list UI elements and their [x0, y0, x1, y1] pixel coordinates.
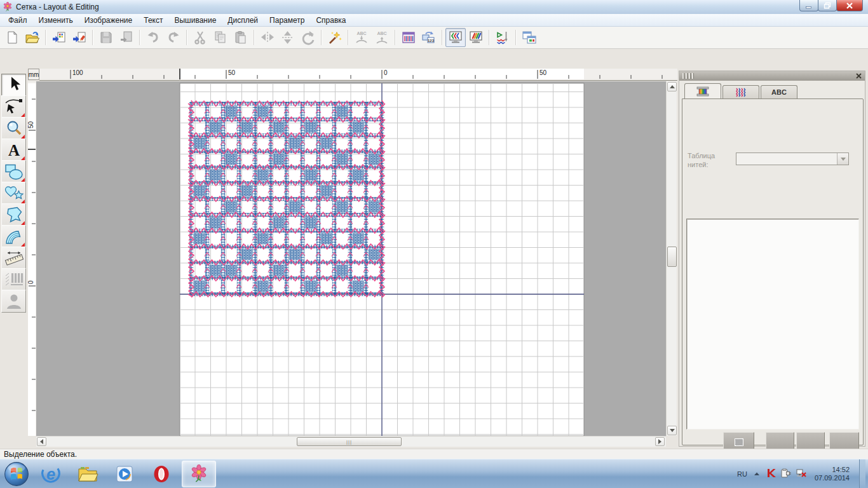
open-file-button[interactable] — [22, 28, 43, 47]
scroll-down-button[interactable] — [667, 426, 677, 435]
taskbar-opera[interactable] — [145, 461, 178, 487]
tab-text-attributes[interactable]: ABC — [761, 85, 797, 98]
menu-help[interactable]: Справка — [310, 15, 351, 26]
svg-text:100: 100 — [72, 69, 83, 76]
taskbar-layout-editing[interactable] — [182, 461, 216, 487]
toolbar-separator — [186, 30, 187, 45]
menu-option[interactable]: Параметр — [264, 15, 310, 26]
menu-image[interactable]: Изображение — [79, 15, 139, 26]
svg-text:ABC: ABC — [356, 31, 366, 36]
network-error-icon[interactable] — [796, 468, 806, 480]
import-design-button[interactable] — [49, 28, 69, 47]
menu-edit[interactable]: Изменить — [33, 15, 79, 26]
toolbar-separator — [45, 30, 46, 45]
import-image-button[interactable] — [69, 28, 90, 47]
new-document-button[interactable] — [2, 28, 22, 47]
tool-basic-shapes[interactable] — [1, 160, 26, 183]
tool-palette: A — [0, 49, 28, 449]
svg-text:ABC: ABC — [377, 31, 386, 36]
sewing-attributes-button[interactable] — [398, 28, 419, 47]
tool-zoom[interactable] — [1, 117, 26, 140]
scroll-up-button[interactable] — [667, 82, 677, 92]
export-file-button[interactable] — [116, 28, 137, 47]
tab-thread-color[interactable] — [684, 83, 721, 98]
minimize-button[interactable] — [799, 0, 818, 11]
svg-text:0: 0 — [384, 69, 388, 76]
start-button[interactable] — [4, 461, 29, 487]
redo-button[interactable] — [163, 28, 184, 47]
sewing-order-button[interactable]: 123 — [419, 28, 439, 47]
antivirus-icon[interactable] — [766, 468, 776, 480]
tool-measure[interactable] — [1, 247, 26, 269]
rotate-button[interactable] — [298, 28, 318, 47]
design-property-button[interactable] — [519, 28, 539, 47]
panel-title-bar[interactable] — [679, 71, 865, 81]
status-text: Выделение объекта. — [4, 450, 77, 459]
chevron-up-icon[interactable] — [753, 470, 761, 478]
restore-button[interactable] — [818, 0, 837, 11]
flower-icon — [3, 2, 13, 12]
toolbar-separator — [442, 30, 443, 45]
menu-text[interactable]: Текст — [138, 15, 168, 26]
close-button[interactable] — [836, 0, 863, 11]
application-window: Сетка - Layout & Editing ФайлИзменитьИзо… — [0, 0, 868, 488]
horizontal-scroll-thumb[interactable]: ||| — [297, 437, 402, 446]
vertical-scrollbar[interactable] — [666, 81, 677, 436]
toolbar-separator — [254, 30, 255, 45]
thread-color-tab-page: Таблица нитей: В режим палитры — [682, 98, 864, 445]
thread-table-value — [736, 153, 837, 165]
toolbar-separator — [395, 30, 396, 45]
panel-grip[interactable] — [682, 73, 694, 79]
tool-point-edit[interactable] — [1, 95, 26, 118]
title-bar[interactable]: Сетка - Layout & Editing — [0, 0, 868, 15]
taskbar-media-player[interactable] — [108, 461, 141, 487]
taskbar-clock[interactable]: 14:52 07.09.2014 — [815, 466, 850, 482]
stitch-view-button[interactable] — [445, 28, 466, 47]
magic-wand-button[interactable] — [325, 28, 345, 47]
tool-manual-punch[interactable] — [1, 203, 26, 226]
cut-button[interactable] — [190, 28, 210, 47]
toolbar-separator — [92, 30, 93, 45]
copy-button[interactable] — [210, 28, 231, 47]
menu-sew[interactable]: Вышивание — [168, 15, 222, 26]
scroll-right-button[interactable] — [655, 437, 665, 446]
undo-button[interactable] — [143, 28, 163, 47]
thread-table-label: Таблица нитей: — [688, 151, 728, 169]
flip-vertical-button[interactable] — [278, 28, 298, 47]
taskbar-windows-explorer[interactable] — [71, 461, 104, 487]
paste-button[interactable] — [231, 28, 251, 47]
scroll-left-button[interactable] — [37, 437, 46, 446]
show-desktop-button[interactable] — [859, 459, 865, 488]
panel-close-icon[interactable] — [854, 72, 863, 80]
stitch-simulator-button[interactable] — [492, 28, 513, 47]
vertical-ruler: 500 — [28, 81, 37, 436]
thread-color-list[interactable] — [686, 219, 859, 430]
sewing-attributes-panel: ABC Таблица нитей: В режим палитры — [679, 71, 865, 447]
tool-select[interactable] — [1, 74, 26, 97]
realistic-view-button[interactable] — [466, 28, 486, 47]
transform-text-button[interactable]: ABC — [372, 28, 392, 47]
tab-sewing-attributes[interactable] — [722, 85, 759, 98]
language-indicator[interactable]: RU — [737, 470, 747, 478]
svg-text:0: 0 — [28, 280, 34, 284]
tool-outline-shapes[interactable] — [1, 182, 26, 205]
vertical-scroll-thumb[interactable] — [667, 247, 677, 267]
fit-text-to-arc-button[interactable]: ABC — [351, 28, 372, 47]
combo-dropdown-icon[interactable] — [837, 153, 848, 165]
svg-text:50: 50 — [28, 121, 34, 128]
tool-sew-block[interactable] — [1, 225, 26, 248]
svg-text:A: A — [8, 142, 19, 159]
tool-text-tool[interactable]: A — [1, 139, 26, 161]
panel-tabs: ABC — [684, 83, 865, 98]
safely-remove-icon[interactable] — [781, 468, 791, 480]
taskbar-internet-explorer[interactable]: e — [34, 461, 67, 487]
design-canvas[interactable] — [36, 81, 666, 436]
menu-file[interactable]: Файл — [3, 15, 33, 26]
save-file-button[interactable] — [96, 28, 116, 47]
tool-portrait[interactable] — [1, 290, 26, 313]
tool-stitch-edit[interactable] — [1, 268, 26, 291]
flip-horizontal-button[interactable] — [257, 28, 278, 47]
menu-display[interactable]: Дисплей — [222, 15, 264, 26]
thread-table-combobox[interactable] — [736, 152, 849, 165]
horizontal-scrollbar[interactable]: ||| — [36, 436, 666, 447]
